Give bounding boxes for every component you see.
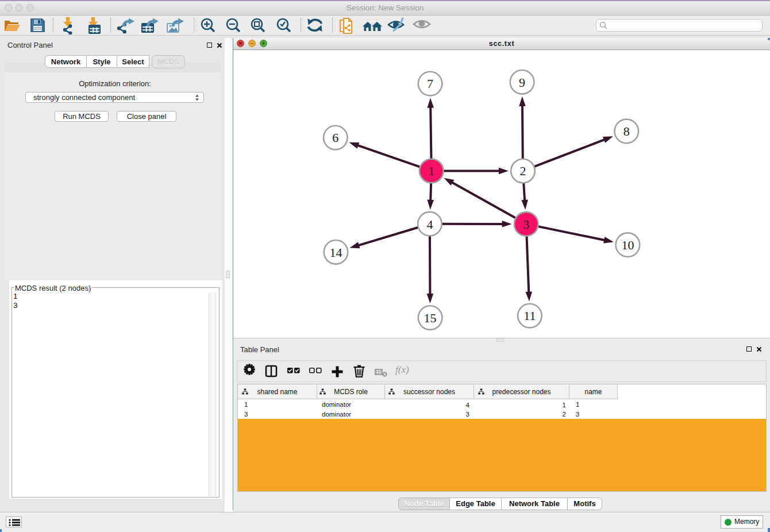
svg-text:15: 15 <box>424 311 437 325</box>
svg-text:9: 9 <box>519 75 525 90</box>
svg-text:14: 14 <box>330 245 342 260</box>
svg-text:4: 4 <box>426 217 433 232</box>
svg-text:10: 10 <box>621 238 634 252</box>
svg-text:6: 6 <box>332 130 338 145</box>
svg-text:11: 11 <box>523 309 536 323</box>
svg-text:7: 7 <box>427 76 433 91</box>
svg-text:8: 8 <box>623 124 630 138</box>
svg-text:3: 3 <box>523 217 529 232</box>
svg-text:2: 2 <box>520 164 526 178</box>
svg-text:1: 1 <box>428 164 434 178</box>
